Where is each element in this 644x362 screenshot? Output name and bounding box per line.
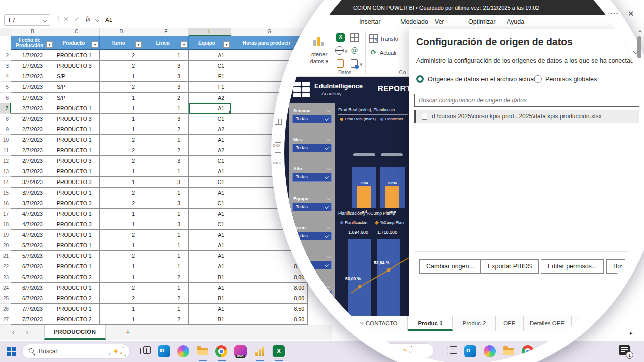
- cell[interactable]: A1: [189, 188, 231, 198]
- cell[interactable]: 4/7/2023: [11, 230, 54, 240]
- row-number[interactable]: 23: [0, 272, 11, 283]
- cell[interactable]: S/P: [54, 71, 100, 82]
- cell[interactable]: 3: [143, 114, 189, 124]
- cell[interactable]: 6/7/2023: [11, 293, 54, 304]
- cell[interactable]: 1: [100, 304, 143, 314]
- cell[interactable]: C1: [189, 219, 231, 230]
- cell[interactable]: 1: [100, 93, 143, 103]
- cell[interactable]: 2: [100, 251, 143, 261]
- row-number[interactable]: 17: [0, 209, 11, 219]
- dialog-button-1[interactable]: Exportar PBIDS: [480, 259, 539, 274]
- cell[interactable]: 8,00: [231, 293, 308, 304]
- cell[interactable]: 3: [143, 156, 189, 166]
- menu-ver[interactable]: Ver: [435, 18, 444, 25]
- cell[interactable]: 1: [143, 135, 189, 145]
- cell[interactable]: 1/7/2023: [11, 50, 54, 61]
- fx-icon[interactable]: fx: [86, 15, 90, 23]
- row-number[interactable]: 3: [0, 61, 11, 71]
- start-button[interactable]: [7, 347, 16, 356]
- data-source-list-item[interactable]: d:\cursos 2025\curso kpis prod...2025\da…: [414, 110, 639, 123]
- dialog-button-0[interactable]: Cambiar origen...: [419, 259, 481, 274]
- cell[interactable]: 1: [143, 103, 189, 114]
- page-scroll-right-icon[interactable]: ▸: [630, 330, 633, 336]
- cell[interactable]: 2: [143, 314, 189, 325]
- row-number[interactable]: 10: [0, 135, 11, 145]
- taskbar-app-folder[interactable]: [196, 345, 209, 358]
- row-number[interactable]: 19: [0, 230, 11, 240]
- excel-data-rows[interactable]: 21/7/2023PRODUCTO 121A18,0031/7/2023PROD…: [0, 50, 308, 325]
- pbi-tab-produc-2[interactable]: Produc 2: [453, 316, 496, 331]
- pbi-tab-produc-1[interactable]: Produc 1: [408, 316, 453, 331]
- cell[interactable]: 3: [143, 177, 189, 188]
- cell[interactable]: 3/7/2023: [11, 166, 54, 177]
- cell[interactable]: 8,00: [231, 283, 308, 293]
- notification-count-badge[interactable]: 1: [626, 351, 633, 359]
- taskbar-app-copilot[interactable]: [177, 345, 190, 358]
- row-number[interactable]: 13: [0, 166, 11, 177]
- cell[interactable]: 2: [100, 293, 143, 304]
- cell[interactable]: 1: [143, 261, 189, 272]
- cell[interactable]: 2: [100, 50, 143, 61]
- cell[interactable]: 2: [143, 293, 189, 304]
- dialog-search-input[interactable]: Buscar configuración de origen de datos: [414, 94, 639, 107]
- refresh-icon[interactable]: ⟳: [369, 48, 378, 57]
- cell[interactable]: 1: [143, 304, 189, 314]
- recent-sources-icon[interactable]: [351, 59, 358, 68]
- cell[interactable]: PRODUCTO 3: [54, 198, 100, 209]
- radio-current-file-label[interactable]: Orígenes de datos en el archivo actual: [428, 76, 535, 83]
- cell[interactable]: PRODUCTO 1: [54, 209, 100, 219]
- cell[interactable]: PRODUCTO 1: [54, 230, 100, 240]
- taskbar-app-powerbi[interactable]: [254, 345, 267, 358]
- add-sheet-button[interactable]: +: [126, 327, 130, 336]
- cell[interactable]: 1: [100, 261, 143, 272]
- cell[interactable]: 1: [143, 166, 189, 177]
- cell[interactable]: PRODUCTO 1: [54, 188, 100, 198]
- cell[interactable]: 8,50: [231, 304, 308, 314]
- cell[interactable]: 6/7/2023: [11, 272, 54, 283]
- dialog-button-2[interactable]: Editar permisos...: [541, 259, 604, 274]
- dataset-grid-icon[interactable]: [350, 33, 359, 42]
- onelake-icon[interactable]: [335, 46, 344, 55]
- taskbar-app-chrome[interactable]: [522, 345, 535, 358]
- cell[interactable]: 2/7/2023: [11, 103, 54, 114]
- row-number[interactable]: 5: [0, 82, 11, 93]
- next-sheet-icon[interactable]: ›: [26, 329, 28, 336]
- prev-sheet-icon[interactable]: ‹: [12, 329, 14, 336]
- cell[interactable]: 1: [100, 209, 143, 219]
- scrollbar-thumb[interactable]: [637, 36, 641, 58]
- cell[interactable]: 1/7/2023: [11, 61, 54, 71]
- chart-prod-real[interactable]: Prod Real (miles), Planificació Prod Rea…: [336, 105, 409, 205]
- cell[interactable]: PRODUCTO 1: [54, 283, 100, 293]
- confirm-entry-icon[interactable]: ✓: [74, 15, 80, 23]
- row-number[interactable]: 25: [0, 293, 11, 304]
- col-header-G[interactable]: G: [231, 28, 308, 36]
- filter-dropdown-icon[interactable]: ▾: [135, 41, 142, 48]
- row-number[interactable]: 20: [0, 240, 11, 251]
- taskbar-app-m365[interactable]: M365: [234, 345, 248, 358]
- row-number[interactable]: 18: [0, 219, 11, 230]
- pbi-tab-oee[interactable]: OEE: [496, 316, 523, 331]
- cell[interactable]: 1: [100, 314, 143, 325]
- cell[interactable]: 1: [100, 114, 143, 124]
- cell[interactable]: F1: [189, 71, 231, 82]
- cell[interactable]: A1: [189, 209, 231, 219]
- cell[interactable]: 1: [100, 71, 143, 82]
- pbi-tab-contacto[interactable]: ⊘CONTACTO: [350, 316, 408, 331]
- cell[interactable]: 8,00: [231, 272, 308, 283]
- filter-dropdown-icon[interactable]: ▾: [223, 41, 230, 48]
- cell[interactable]: 3: [143, 219, 189, 230]
- get-data-label-2[interactable]: datos ▾: [305, 58, 333, 65]
- row-number[interactable]: 14: [0, 177, 11, 188]
- cell[interactable]: 2: [143, 124, 189, 135]
- cell[interactable]: A1: [189, 166, 231, 177]
- cell[interactable]: 2: [100, 198, 143, 209]
- taskbar-app-excel[interactable]: X: [273, 345, 286, 358]
- filter-dropdown-icon[interactable]: ▾: [46, 41, 53, 48]
- cell[interactable]: A2: [189, 124, 231, 135]
- cell[interactable]: PRODUCTO 1: [54, 261, 100, 272]
- cell[interactable]: S/P: [54, 93, 100, 103]
- cell[interactable]: 1: [100, 272, 143, 283]
- cell[interactable]: PRODUCTO 3: [54, 114, 100, 124]
- scrollbar-up-icon[interactable]: ▲: [638, 28, 642, 33]
- cell[interactable]: B1: [189, 293, 231, 304]
